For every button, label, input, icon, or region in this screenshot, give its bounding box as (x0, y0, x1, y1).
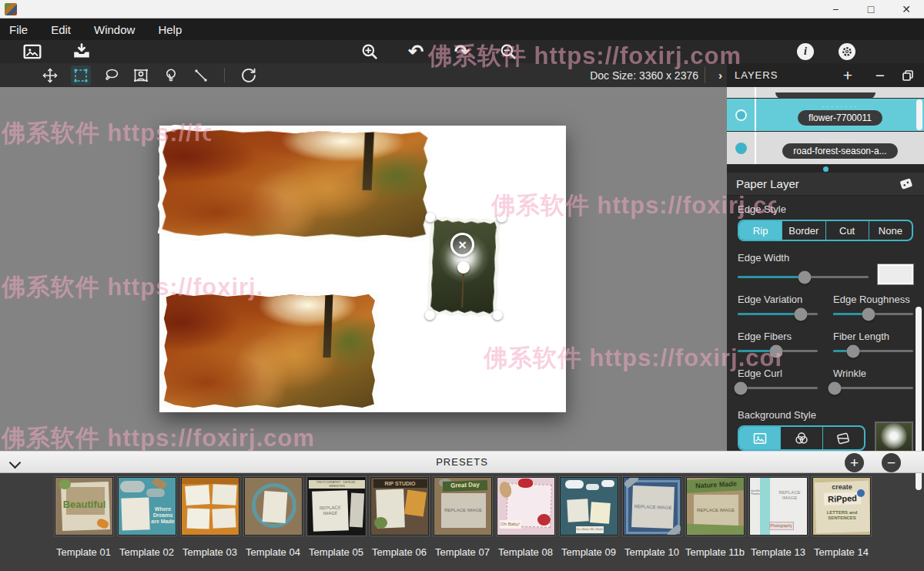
slider-edge-width[interactable] (738, 268, 869, 284)
new-image-button[interactable] (22, 41, 43, 62)
template-thumbnail[interactable]: RIP STUDIO (370, 477, 429, 536)
slider-thumb[interactable] (769, 344, 782, 358)
menu-edit[interactable]: Edit (39, 18, 82, 40)
slider-thumb[interactable] (829, 381, 842, 395)
edge-style-border[interactable]: Border (782, 221, 825, 240)
template-thumbnail[interactable]: Beautiful PhotosREPLACE IMAGEPhotography (749, 477, 808, 536)
slider-edge-curl[interactable] (738, 387, 818, 389)
slider-edge-fibers[interactable] (738, 350, 818, 352)
pattern-fill-option[interactable] (823, 427, 864, 449)
template-thumbnail[interactable]: You Make Me Smile (560, 477, 618, 536)
remove-layer-button[interactable]: − (870, 63, 890, 87)
layer-row-partial[interactable] (727, 87, 924, 98)
menu-help[interactable]: Help (146, 18, 193, 40)
template-item[interactable]: BeautifulTemplate 01 (54, 477, 113, 571)
slider-track[interactable] (738, 387, 818, 389)
slider-track[interactable] (738, 276, 869, 278)
template-thumbnail[interactable]: createRiPpedLETTERS and SENTENCES (812, 477, 871, 536)
template-item[interactable]: Template 04 (243, 477, 303, 571)
zoom-in-button[interactable] (359, 41, 380, 62)
line-tool[interactable] (191, 65, 211, 86)
selected-flower-layer[interactable]: ✕ (427, 215, 500, 317)
document-page[interactable]: ✕ (159, 126, 566, 412)
template-thumbnail[interactable]: Beautiful (55, 477, 113, 536)
template-thumbnail[interactable]: Oh Baby! (497, 477, 555, 536)
edge-style-cut[interactable]: Cut (826, 221, 869, 240)
slider-track[interactable] (738, 313, 818, 315)
resize-handle-top-right[interactable] (497, 212, 507, 222)
layer-row[interactable]: ········flower-7700011 (727, 99, 924, 131)
slider-fiber-length[interactable] (833, 350, 913, 352)
slider-edge-variation[interactable] (738, 313, 818, 315)
zoom-out-button[interactable] (497, 41, 519, 62)
undo-button[interactable]: ↶ (405, 41, 427, 62)
paper-stack-icon[interactable] (898, 177, 915, 191)
edge-style-none[interactable]: None (869, 221, 912, 240)
layer-visibility-toggle[interactable] (727, 99, 756, 131)
close-button[interactable]: ✕ (889, 0, 924, 18)
layer-row[interactable]: ········road-forest-season-a... (727, 132, 924, 164)
layer-main[interactable]: ········road-forest-season-a... (756, 132, 924, 164)
slider-thumb[interactable] (847, 344, 860, 358)
image-fill-option[interactable] (739, 427, 781, 449)
redo-button[interactable]: ↷ (451, 41, 473, 62)
template-thumbnail[interactable] (244, 477, 303, 536)
layer-visibility-cell[interactable] (727, 87, 756, 98)
info-button[interactable]: i (795, 41, 816, 62)
menu-window[interactable]: Window (82, 18, 146, 40)
slider-edge-roughness[interactable] (833, 313, 913, 315)
template-item[interactable]: REPLACE IMAGETemplate 10 (622, 477, 681, 571)
marquee-tool[interactable] (71, 65, 91, 86)
template-thumbnail[interactable]: Where Dreams are Made (118, 477, 176, 536)
color-fill-option[interactable] (781, 427, 822, 449)
photo-layer-bottom[interactable] (159, 289, 380, 412)
lasso-tool[interactable] (102, 65, 122, 86)
duplicate-layer-button[interactable] (898, 63, 918, 87)
template-item[interactable]: Nature MadeREPLACE IMAGETemplate 11b (685, 477, 745, 571)
settings-button[interactable] (836, 41, 858, 62)
layer-visibility-toggle[interactable] (727, 132, 756, 164)
panel-splitter[interactable] (727, 165, 924, 173)
save-button[interactable] (71, 41, 92, 62)
photo-layer-top[interactable] (157, 124, 432, 242)
slider-thumb[interactable] (735, 381, 748, 395)
template-item[interactable]: Great DayREPLACE IMAGETemplate 07 (433, 477, 492, 571)
slider-track[interactable] (833, 313, 913, 315)
template-thumbnail[interactable]: Great DayREPLACE IMAGE (434, 477, 492, 536)
slider-thumb[interactable] (795, 307, 808, 321)
template-item[interactable]: Where Dreams are MadeTemplate 02 (117, 477, 176, 571)
add-layer-button[interactable]: + (838, 63, 858, 87)
layers-scrollbar[interactable] (916, 99, 922, 130)
chevron-right-icon[interactable]: › (718, 69, 722, 82)
layer-name-pill[interactable]: flower-7700011 (798, 110, 882, 126)
template-item[interactable]: Beautiful PhotosREPLACE IMAGEPhotography… (748, 477, 808, 571)
layer-name-pill[interactable]: road-forest-season-a... (782, 143, 897, 159)
template-item[interactable]: Oh Baby!Template 08 (496, 477, 555, 571)
template-item[interactable]: createRiPpedLETTERS and SENTENCESTemplat… (812, 477, 871, 571)
resize-handle-bottom-right[interactable] (493, 310, 503, 320)
template-item[interactable]: Template 03 (180, 477, 239, 571)
slider-track[interactable] (738, 350, 818, 352)
slider-track[interactable] (833, 350, 913, 352)
template-thumbnail[interactable] (181, 477, 239, 536)
template-thumbnail[interactable]: REPLACE IMAGE (623, 477, 681, 536)
edge-style-rip[interactable]: Rip (739, 221, 782, 240)
slider-thumb[interactable] (862, 307, 875, 321)
minimize-button[interactable]: − (818, 0, 853, 18)
remove-preset-button[interactable]: − (882, 453, 901, 472)
image-tool[interactable] (131, 65, 151, 86)
template-item[interactable]: RIP STUDIOTemplate 06 (370, 477, 429, 571)
document-canvas-area[interactable]: ✕ (0, 87, 727, 451)
edge-color-swatch[interactable] (878, 264, 913, 284)
slider-thumb[interactable] (798, 270, 811, 284)
move-tool[interactable] (40, 65, 60, 86)
add-preset-button[interactable]: + (845, 453, 864, 472)
template-thumbnail[interactable]: Nature MadeREPLACE IMAGE (686, 477, 745, 536)
menu-file[interactable]: File (9, 18, 39, 40)
template-item[interactable]: You Make Me SmileTemplate 09 (559, 477, 618, 571)
layer-main[interactable]: ········flower-7700011 (756, 99, 924, 131)
slider-track[interactable] (833, 387, 913, 389)
slider-wrinkle[interactable] (833, 387, 913, 389)
rotate-tool[interactable] (239, 65, 259, 86)
maximize-button[interactable]: □ (853, 0, 889, 18)
